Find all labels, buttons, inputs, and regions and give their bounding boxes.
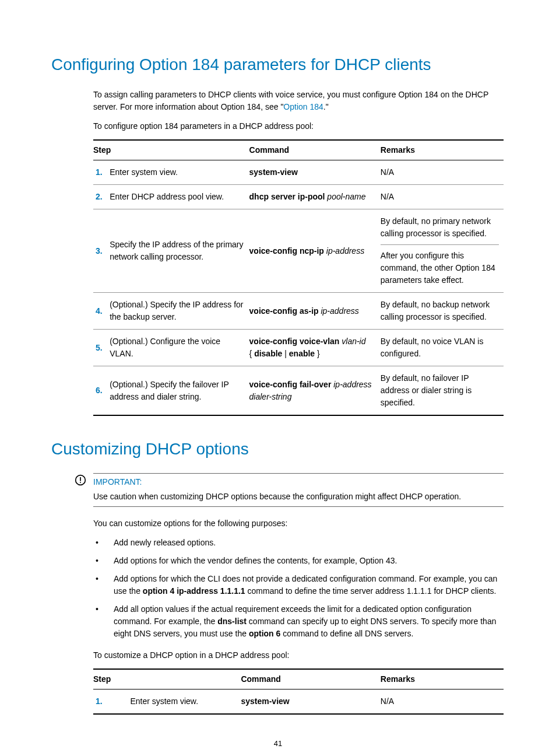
cmd-bold: disable	[254, 349, 282, 358]
table-row: 5. (Optional.) Configure the voice VLAN.…	[93, 330, 504, 366]
lead-in-text-2: To customize a DHCP option in a DHCP add…	[93, 649, 504, 662]
step-number: 1.	[93, 690, 130, 715]
step-number: 3.	[93, 209, 110, 293]
command: voice-config as-ip ip-address	[249, 293, 381, 330]
table-row: 1. Enter system view. system-view N/A	[93, 160, 504, 185]
step-number: 4.	[93, 293, 110, 330]
step-number: 1.	[93, 160, 110, 185]
warning-icon	[75, 474, 87, 489]
list-item: Add options for which the CLI does not p…	[93, 573, 504, 597]
table-row: 3. Specify the IP address of the primary…	[93, 209, 504, 293]
heading-configure-184: Configuring Option 184 parameters for DH…	[51, 52, 504, 77]
remarks: N/A	[381, 185, 504, 209]
step-desc: Specify the IP address of the primary ne…	[110, 209, 249, 293]
cmd-bold: system-view	[249, 167, 298, 177]
cmd-bold: voice-config voice-vlan	[249, 337, 342, 346]
link-option-184[interactable]: Option 184	[283, 102, 323, 111]
command: voice-config ncp-ip ip-address	[249, 209, 381, 293]
heading-customizing: Customizing DHCP options	[51, 437, 504, 461]
remarks-part1: By default, no primary network calling p…	[381, 215, 499, 240]
cmd-italic: pool-name	[327, 192, 365, 201]
col-remarks: Remarks	[381, 140, 504, 160]
col-remarks: Remarks	[381, 669, 504, 690]
cmd-italic: vlan-id	[342, 337, 365, 346]
col-step: Step	[93, 140, 249, 160]
cmd-bold: dhcp server ip-pool	[249, 192, 328, 201]
remarks: By default, no backup network calling pr…	[381, 293, 504, 330]
step-desc: (Optional.) Configure the voice VLAN.	[110, 330, 249, 366]
remarks: By default, no voice VLAN is configured.	[381, 330, 504, 366]
step-number: 2.	[93, 185, 110, 209]
table-row: 1. Enter system view. system-view N/A	[93, 690, 504, 715]
command: dhcp server ip-pool pool-name	[249, 185, 381, 209]
list-item: Add options for which the vendor defines…	[93, 555, 504, 567]
step-number: 6.	[93, 366, 110, 416]
step-number: 5.	[93, 330, 110, 366]
table-option-184-steps: Step Command Remarks 1. Enter system vie…	[93, 139, 504, 416]
step-desc: (Optional.) Specify the failover IP addr…	[110, 366, 249, 416]
step-desc: (Optional.) Specify the IP address for t…	[110, 293, 249, 330]
remarks: N/A	[381, 160, 504, 185]
remarks-part2: After you configure this command, the ot…	[381, 244, 499, 286]
command: voice-config fail-over ip-address dialer…	[249, 366, 381, 416]
bold-text: option 6	[249, 629, 280, 638]
remarks: By default, no primary network calling p…	[381, 209, 504, 293]
cmd-bold: system-view	[241, 696, 289, 706]
bold-text: dns-list	[217, 617, 247, 626]
bold-text: option 4 ip-address 1.1.1.1	[143, 586, 245, 596]
col-command: Command	[249, 140, 381, 160]
command: system-view	[241, 690, 380, 715]
important-callout: IMPORTANT: Use caution when customizing …	[75, 473, 504, 507]
command: voice-config voice-vlan vlan-id{ disable…	[249, 330, 381, 366]
text: ."	[323, 102, 329, 111]
cmd-bold: voice-config ncp-ip	[249, 246, 326, 256]
text: command to define the time server addres…	[245, 586, 497, 596]
cmd-bold: voice-config as-ip	[249, 306, 321, 316]
command: system-view	[249, 160, 381, 185]
col-command: Command	[241, 669, 380, 690]
cmd-italic: ip-address	[326, 246, 364, 256]
list-item: Add all option values if the actual requ…	[93, 603, 504, 640]
cmd-italic: ip-address	[321, 306, 358, 316]
important-text: Use caution when customizing DHCP option…	[93, 491, 504, 503]
svg-rect-1	[80, 477, 81, 481]
step-desc: Enter DHCP address pool view.	[110, 185, 249, 209]
table-row: 2. Enter DHCP address pool view. dhcp se…	[93, 185, 504, 209]
step-desc: Enter system view.	[110, 160, 249, 185]
page-number: 41	[52, 738, 504, 750]
remarks: N/A	[381, 690, 504, 715]
step-desc: Enter system view.	[130, 690, 241, 715]
important-label: IMPORTANT:	[93, 476, 504, 488]
col-step: Step	[93, 669, 241, 690]
table-customize-steps: Step Command Remarks 1. Enter system vie…	[93, 668, 504, 715]
table-row: 4. (Optional.) Specify the IP address fo…	[93, 293, 504, 330]
list-item: Add newly released options.	[93, 537, 504, 549]
cmd-bold: enable	[289, 349, 315, 358]
table-row: 6. (Optional.) Specify the failover IP a…	[93, 366, 504, 416]
text: command to define all DNS servers.	[280, 629, 413, 638]
remarks: By default, no failover IP address or di…	[381, 366, 504, 416]
purposes-list: Add newly released options. Add options …	[93, 537, 504, 640]
cmd-bold: voice-config fail-over	[249, 380, 334, 389]
purposes-intro: You can customize options for the follow…	[93, 517, 504, 530]
lead-in-text: To configure option 184 parameters in a …	[93, 120, 504, 132]
intro-paragraph: To assign calling parameters to DHCP cli…	[93, 89, 504, 113]
svg-rect-2	[80, 482, 81, 483]
